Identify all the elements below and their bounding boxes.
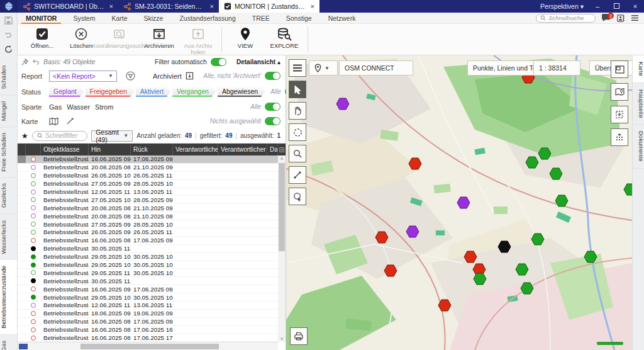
print-button[interactable]: [290, 327, 308, 345]
quick-search-input[interactable]: Schnellsuche: [536, 14, 596, 23]
map-marker-green[interactable]: [624, 184, 632, 195]
menubar-item-netzwerk[interactable]: Netzwerk: [320, 13, 364, 24]
titlebar-tab[interactable]: SM-23-0031: Seidenstraße | Sc...×: [118, 0, 219, 13]
zoom-tool-button[interactable]: [289, 145, 306, 162]
chat-icon[interactable]: 3: [601, 14, 611, 22]
ribbon-button-l-schen[interactable]: Löschen: [62, 24, 101, 55]
map-marker-green[interactable]: [531, 234, 544, 245]
menubar-item-zustandserfassung[interactable]: Zustandserfassung: [171, 13, 243, 24]
filter-funnel-icon[interactable]: [126, 71, 135, 81]
map-marker-red[interactable]: [384, 265, 397, 276]
titlebar-tab[interactable]: SWITCHBOARD | Übersichtsrei...×: [18, 0, 118, 13]
horizontal-scrollbar-thumb[interactable]: [80, 344, 219, 349]
status-chip-abgewiesen[interactable]: Abgewiesen: [218, 87, 265, 97]
row-selector-cell[interactable]: [18, 172, 26, 179]
overview-map-button[interactable]: [611, 60, 628, 78]
table-header-cell[interactable]: Verantwortlicher Hin: [173, 144, 218, 155]
minimize-button[interactable]: –: [592, 3, 602, 10]
row-selector-cell[interactable]: [18, 204, 26, 212]
circle-select-tool-button[interactable]: [289, 188, 306, 205]
map-marker-green[interactable]: [584, 251, 597, 262]
row-selector-cell[interactable]: [18, 212, 26, 220]
row-selector-cell[interactable]: [18, 237, 26, 244]
map-select-icon[interactable]: [49, 118, 58, 125]
status-chip-vergangen[interactable]: Vergangen: [172, 87, 216, 97]
legend-button[interactable]: [611, 83, 628, 101]
row-selector-cell[interactable]: [18, 196, 26, 203]
table-row[interactable]: Betriebsstellzustand16.06.2025 08:30:001…: [18, 237, 278, 245]
scroll-down-icon[interactable]: ∨: [278, 336, 286, 342]
contacts-icon[interactable]: [616, 14, 625, 22]
map-marker-green[interactable]: [521, 283, 533, 294]
filter-auto-toggle[interactable]: [211, 58, 226, 66]
table-row[interactable]: Betriebsstellzustand12.06.2025 11:15:001…: [18, 302, 278, 310]
table-header-cell[interactable]: Objektklasse: [41, 144, 89, 155]
menubar-item-skizze[interactable]: Skizze: [136, 13, 172, 24]
row-selector-cell[interactable]: [18, 310, 26, 317]
map-marker-red[interactable]: [409, 158, 421, 169]
left-tab-gaslecks[interactable]: Gaslecks: [0, 178, 18, 214]
table-row[interactable]: Betriebsstellzustand29.05.2025 10:50:003…: [18, 253, 278, 261]
refresh-icon[interactable]: [4, 45, 13, 54]
poi-grid-button[interactable]: [611, 128, 628, 146]
table-row[interactable]: Betriebsstellzustand16.06.2025 08:30:001…: [18, 326, 278, 334]
row-selector-cell[interactable]: [18, 253, 26, 261]
measure-tool-button[interactable]: [289, 166, 306, 184]
sparte-toggle[interactable]: [265, 103, 280, 111]
left-tab-wasserlecks[interactable]: Wasserlecks: [0, 215, 18, 261]
table-header-cell[interactable]: Verantwortlicher Rück: [218, 144, 267, 155]
left-tab-sch-den[interactable]: Schäden: [0, 60, 18, 96]
table-row[interactable]: Betriebsstellzustand27.05.2025 10:11:002…: [18, 196, 278, 204]
menubar-item-monitor[interactable]: MONITOR: [18, 13, 65, 24]
map-marker-green[interactable]: [550, 168, 562, 179]
row-selector-cell[interactable]: [18, 180, 26, 188]
karte-toggle[interactable]: [265, 117, 280, 125]
ribbon-button-archivieren[interactable]: Archivieren: [140, 24, 179, 55]
ribbon-button-explore[interactable]: EXPLORE: [265, 24, 304, 55]
back-icon[interactable]: [32, 59, 40, 65]
table-row[interactable]: Betriebsstellzustand12.06.2025 11:00:001…: [18, 188, 278, 196]
map-canvas[interactable]: ▼ OSM CONNECT Punkte, Linien und Te 1 : …: [286, 55, 632, 350]
select-tool-button[interactable]: [289, 81, 306, 98]
detailansicht-toggle[interactable]: Detailansicht ▴: [236, 59, 280, 65]
map-marker-purple[interactable]: [406, 226, 419, 237]
menubar-item-system[interactable]: System: [65, 13, 103, 24]
row-selector-cell[interactable]: [18, 277, 26, 285]
vertical-scrollbar[interactable]: ∧ ∨: [278, 155, 286, 342]
table-row[interactable]: Betriebsstellzustand16.06.2025 09:30:001…: [18, 155, 278, 164]
menubar-item-karte[interactable]: Karte: [103, 13, 135, 24]
table-row[interactable]: Betriebsstellzustand16.06.2025 09:45:001…: [18, 285, 278, 293]
table-row[interactable]: Betriebsstellzustand20.08.2025 08:00:002…: [18, 204, 278, 212]
row-selector-cell[interactable]: [18, 164, 26, 171]
table-row[interactable]: Betriebsstellzustand29.05.2025 11:16:003…: [18, 269, 278, 277]
row-selector-cell[interactable]: [18, 334, 26, 342]
horizontal-scrollbar[interactable]: [18, 342, 278, 350]
map-marker-red[interactable]: [375, 232, 388, 243]
row-selector-cell[interactable]: [18, 261, 26, 269]
archive-icon[interactable]: [186, 72, 194, 80]
map-marker-green[interactable]: [538, 148, 551, 159]
row-selector-cell[interactable]: [18, 326, 26, 334]
map-marker-purple[interactable]: [457, 197, 470, 208]
row-selector-cell[interactable]: [18, 245, 26, 252]
table-row[interactable]: Betriebsstellzustand20.08.2025 08:30:002…: [18, 212, 278, 220]
draw-line-icon[interactable]: [66, 117, 74, 125]
right-tab-hauptseite[interactable]: Hauptseite: [633, 83, 644, 125]
pan-tool-button[interactable]: [289, 102, 306, 120]
menu-icon[interactable]: [631, 14, 639, 21]
archiviert-toggle[interactable]: [265, 72, 280, 80]
status-chip-geplant[interactable]: Geplant: [49, 87, 84, 97]
map-marker-green[interactable]: [474, 273, 486, 285]
menubar-item-sonstige[interactable]: Sonstige: [278, 13, 320, 24]
table-row[interactable]: Betriebsstellzustand27.05.2025 09:54:002…: [18, 220, 278, 229]
report-select[interactable]: <Kein Report>▼: [49, 71, 117, 82]
row-selector-cell[interactable]: [18, 229, 26, 236]
row-selector-cell[interactable]: [18, 285, 26, 293]
quickfilter-input[interactable]: Schnellfilter: [32, 131, 87, 141]
undo-icon[interactable]: [4, 31, 13, 39]
close-tab-icon[interactable]: ×: [210, 3, 214, 10]
table-header-cell[interactable]: Rück: [131, 144, 173, 155]
table-row[interactable]: Betriebsstellzustand26.05.2025 09:55:002…: [18, 229, 278, 237]
row-selector-cell[interactable]: [18, 318, 26, 325]
lasso-select-tool-button[interactable]: [289, 123, 306, 141]
